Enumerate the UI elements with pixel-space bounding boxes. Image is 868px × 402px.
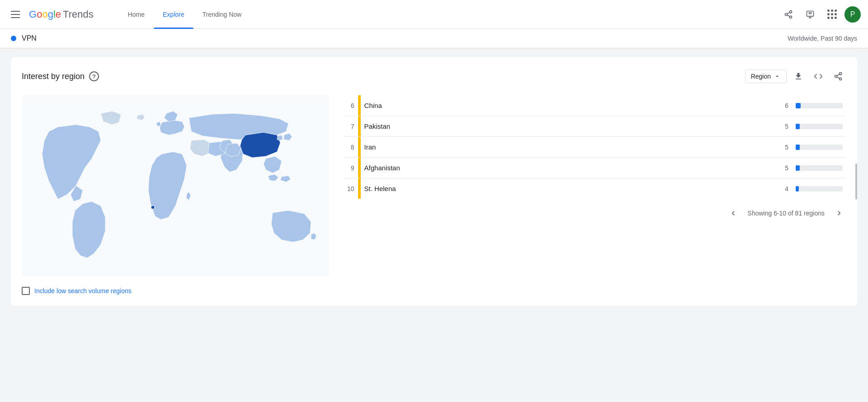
- bar-fill: [796, 186, 799, 192]
- bar-cell: [792, 95, 846, 116]
- embed-icon: [814, 72, 823, 81]
- chevron-down-icon: [774, 73, 781, 80]
- embed-button[interactable]: [810, 68, 826, 84]
- interest-by-region-card: Interest by region ? Region: [11, 57, 857, 306]
- download-button[interactable]: [790, 68, 807, 84]
- apps-icon: [827, 9, 837, 19]
- score-cell: 4: [778, 178, 792, 199]
- region-dropdown[interactable]: Region: [745, 70, 787, 83]
- regions-table: 6 China 6 7 Pakistan 5 8 Ir: [344, 95, 846, 199]
- term-dot: [11, 36, 16, 41]
- country-cell: Iran: [361, 137, 736, 158]
- regions-table-area: 6 China 6 7 Pakistan 5 8 Ir: [344, 95, 846, 220]
- bar-cell: [792, 137, 846, 158]
- search-term-label: VPN: [22, 34, 37, 42]
- nav-trending[interactable]: Trending Now: [193, 0, 251, 29]
- pagination: Showing 6-10 of 81 regions: [344, 206, 846, 220]
- bar-fill: [796, 124, 800, 129]
- rank-cell: 8: [344, 137, 358, 158]
- next-page-button[interactable]: [832, 206, 846, 220]
- rank-cell: 9: [344, 158, 358, 178]
- country-cell: Afghanistan: [361, 158, 736, 178]
- world-map-svg: [22, 95, 329, 276]
- bar-fill: [796, 165, 800, 171]
- bar-fill: [796, 103, 801, 108]
- search-bar-area: VPN Worldwide, Past 90 days: [0, 29, 868, 48]
- help-icon[interactable]: ?: [89, 71, 99, 81]
- table-row[interactable]: 6 China 6: [344, 95, 846, 116]
- svg-point-12: [840, 78, 842, 80]
- rank-cell: 10: [344, 178, 358, 199]
- header-right: P: [779, 5, 861, 23]
- apps-icon-btn[interactable]: [823, 5, 841, 23]
- bar-cell: [792, 178, 846, 199]
- table-row[interactable]: 7 Pakistan 5: [344, 116, 846, 137]
- main-nav: Home Explore Trending Now: [119, 0, 250, 29]
- score-cell: 5: [778, 158, 792, 178]
- svg-point-16: [151, 206, 155, 209]
- table-row[interactable]: 9 Afghanistan 5: [344, 158, 846, 178]
- bar-cell: [792, 116, 846, 137]
- low-volume-checkbox[interactable]: Include low search volume regions: [22, 287, 329, 295]
- search-term: VPN: [11, 34, 37, 42]
- svg-line-4: [787, 12, 790, 14]
- hamburger-menu[interactable]: [7, 7, 24, 22]
- nav-explore[interactable]: Explore: [154, 0, 193, 29]
- feedback-icon: [806, 10, 815, 19]
- header-left: Google Trends Home Explore Trending Now: [7, 0, 250, 29]
- download-icon: [794, 72, 803, 81]
- bar-cell: [792, 158, 846, 178]
- svg-point-1: [785, 13, 788, 15]
- svg-line-3: [787, 15, 790, 16]
- content-layout: Include low search volume regions 6 Chin…: [22, 95, 846, 295]
- svg-point-11: [835, 75, 837, 78]
- svg-point-2: [790, 16, 792, 18]
- prev-page-button[interactable]: [726, 206, 741, 220]
- score-cell: 6: [778, 95, 792, 116]
- score-cell: 5: [778, 137, 792, 158]
- region-dropdown-label: Region: [751, 73, 771, 80]
- nav-home[interactable]: Home: [119, 0, 154, 29]
- country-cell: St. Helena: [361, 178, 736, 199]
- card-controls: Region: [745, 68, 846, 84]
- world-map: [22, 95, 329, 276]
- scrollbar[interactable]: [855, 164, 857, 200]
- header: Google Trends Home Explore Trending Now: [0, 0, 868, 29]
- country-cell: China: [361, 95, 736, 116]
- country-cell: Pakistan: [361, 116, 736, 137]
- bar-bg: [796, 165, 843, 171]
- checkbox-label: Include low search volume regions: [34, 287, 132, 294]
- bar-bg: [796, 145, 843, 150]
- svg-line-13: [837, 77, 840, 78]
- checkbox-box[interactable]: [22, 287, 30, 295]
- table-row[interactable]: 8 Iran 5: [344, 137, 846, 158]
- pagination-text: Showing 6-10 of 81 regions: [748, 210, 825, 217]
- logo-trends: Trends: [63, 9, 94, 20]
- bar-bg: [796, 103, 843, 108]
- rank-cell: 6: [344, 95, 358, 116]
- main-content: Interest by region ? Region: [0, 48, 868, 400]
- chevron-left-icon: [729, 209, 738, 218]
- rank-cell: 7: [344, 116, 358, 137]
- score-cell: 5: [778, 116, 792, 137]
- world-map-area: Include low search volume regions: [22, 95, 329, 295]
- user-avatar[interactable]: P: [844, 6, 861, 23]
- svg-point-10: [840, 73, 842, 75]
- table-row[interactable]: 10 St. Helena 4: [344, 178, 846, 199]
- share-card-button[interactable]: [830, 68, 846, 84]
- bar-bg: [796, 186, 843, 192]
- svg-point-0: [790, 10, 792, 13]
- share-icon-btn[interactable]: [779, 5, 797, 23]
- search-meta: Worldwide, Past 90 days: [788, 35, 857, 42]
- chevron-right-icon: [835, 209, 844, 218]
- logo-google: Google: [29, 9, 61, 20]
- card-header: Interest by region ? Region: [22, 68, 846, 84]
- card-title: Interest by region: [22, 72, 85, 81]
- card-title-group: Interest by region ?: [22, 71, 99, 81]
- bar-bg: [796, 124, 843, 129]
- feedback-icon-btn[interactable]: [801, 5, 819, 23]
- bar-fill: [796, 145, 800, 150]
- share-card-icon: [834, 72, 843, 81]
- svg-line-14: [837, 74, 840, 75]
- logo: Google Trends: [29, 9, 94, 20]
